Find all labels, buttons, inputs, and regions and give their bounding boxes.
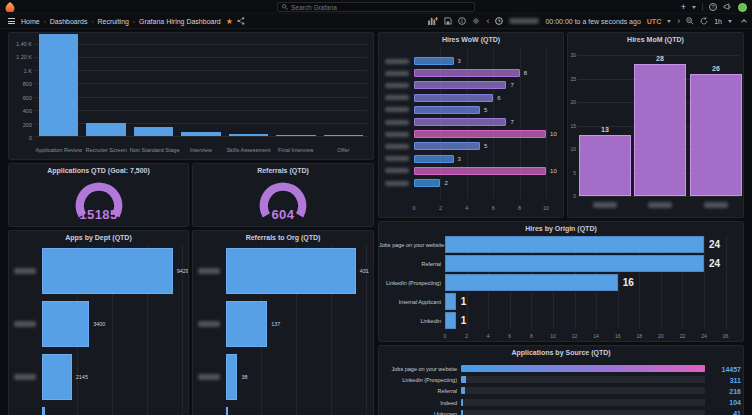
- wow-bar: [414, 155, 454, 163]
- x-axis-tick: 16: [613, 333, 623, 339]
- panel-title[interactable]: Hires MoM (QTD): [568, 36, 743, 43]
- origin-bar: [445, 236, 704, 253]
- y-axis-tick: 20: [568, 99, 576, 105]
- user-avatar[interactable]: [738, 3, 747, 12]
- funnel-bar: [229, 134, 268, 136]
- redacted-category-label: [14, 321, 36, 327]
- panel-applications-by-source: Applications by Source (QTD) Jobs page o…: [378, 345, 744, 415]
- save-dashboard-icon[interactable]: [444, 17, 452, 25]
- y-axis-tick: 15: [568, 123, 576, 129]
- y-axis-tick: 10: [568, 146, 576, 152]
- wow-bar: [414, 106, 480, 114]
- refresh-icon[interactable]: [700, 17, 708, 25]
- gridline: [578, 196, 739, 197]
- bar-value-label: 38: [241, 374, 247, 380]
- funnel-bar: [39, 34, 78, 136]
- bar-value-label: 16: [623, 277, 634, 288]
- wow-bar: [414, 57, 454, 65]
- mega-menu-icon[interactable]: [8, 18, 15, 24]
- x-axis-tick: 10: [542, 205, 550, 211]
- bar-value-label: 3: [458, 58, 461, 64]
- redacted-date-label: [385, 156, 409, 161]
- mom-bar: [579, 135, 631, 196]
- wow-bar: [414, 130, 546, 138]
- wow-bar: [414, 167, 546, 175]
- collapse-toolbar-icon[interactable]: [741, 19, 747, 25]
- zoom-out-icon[interactable]: [686, 17, 694, 25]
- grafana-logo[interactable]: [5, 2, 15, 12]
- bar-gauge-track: [461, 399, 705, 406]
- panel-title[interactable]: Apps by Dept (QTD): [9, 234, 188, 241]
- add-menu-button[interactable]: +: [681, 2, 686, 12]
- breadcrumb-dashboards[interactable]: Dashboards: [50, 18, 88, 25]
- panel-hires-by-origin: Hires by Origin (QTD) 024681012141618202…: [378, 221, 744, 342]
- bar-value-label: 2: [444, 180, 447, 186]
- bar-value-label: 24: [709, 239, 720, 250]
- bar-value-label: 26: [690, 65, 742, 72]
- hbar: [42, 248, 173, 294]
- refresh-interval-label[interactable]: 1h: [714, 18, 722, 25]
- breadcrumb-current[interactable]: Grafana Hiring Dashboard: [139, 18, 221, 25]
- gridline: [726, 235, 727, 329]
- add-visualization-icon[interactable]: [428, 17, 438, 25]
- bar-value-label: 1: [461, 296, 467, 307]
- global-search[interactable]: [277, 2, 475, 12]
- redacted-category-label: [198, 374, 220, 380]
- help-icon[interactable]: ?: [709, 3, 717, 11]
- bar-gauge-value: 216: [709, 388, 741, 395]
- y-axis-tick: 400: [9, 108, 32, 114]
- panel-pipeline-funnel: Application ReviewRecruiter ScreenNon St…: [8, 32, 374, 160]
- category-label: Unknown: [379, 411, 457, 415]
- redacted-category-label: [14, 268, 36, 274]
- hbar: [226, 248, 356, 294]
- gridline: [704, 235, 705, 329]
- category-label: Internal Applicant: [379, 299, 441, 305]
- x-axis-tick: 0: [440, 333, 450, 339]
- redacted-month-label: [704, 202, 728, 208]
- funnel-bar: [276, 135, 315, 136]
- panel-title[interactable]: Applications QTD (Goal: 7,500): [9, 167, 188, 174]
- timezone-label[interactable]: UTC: [647, 18, 661, 25]
- x-axis-tick: 22: [677, 333, 687, 339]
- gridline: [35, 97, 367, 98]
- funnel-bar: [181, 132, 220, 136]
- bar-value-label: 5: [484, 107, 487, 113]
- dashboard-settings-icon[interactable]: [472, 17, 480, 25]
- panel-title[interactable]: Referrals to Org (QTD): [193, 234, 373, 241]
- bar-value-label: 2145: [76, 374, 88, 380]
- favorite-star-icon[interactable]: ★: [226, 17, 233, 26]
- bar-gauge-value: 41: [709, 410, 741, 415]
- top-nav: + ?: [0, 0, 752, 14]
- bar-value-label: 8: [524, 70, 527, 76]
- category-label: Jobs page on your website: [379, 242, 441, 248]
- x-axis-tick: 12: [570, 333, 580, 339]
- time-shift-forward-icon[interactable]: ›: [677, 17, 680, 26]
- hbar: [42, 354, 72, 400]
- time-range-label[interactable]: 00:00:00 to a few seconds ago: [545, 18, 640, 25]
- news-icon[interactable]: [723, 3, 732, 11]
- search-input[interactable]: [291, 4, 451, 11]
- panel-title[interactable]: Referrals (QTD): [193, 167, 373, 174]
- breadcrumb-recruiting[interactable]: Recruiting: [97, 18, 129, 25]
- time-shift-back-icon[interactable]: ‹: [486, 17, 489, 26]
- wow-bar: [414, 179, 440, 187]
- dashboard-toolbar: Home› Dashboards› Recruiting› Grafana Hi…: [0, 14, 752, 29]
- redacted-date-label: [385, 132, 409, 137]
- add-menu-caret-icon: [692, 6, 696, 9]
- panel-title[interactable]: Hires by Origin (QTD): [379, 225, 743, 232]
- x-axis-tick: 2: [462, 333, 472, 339]
- panel-title[interactable]: Applications by Source (QTD): [379, 349, 743, 356]
- x-axis-tick: 6: [505, 333, 515, 339]
- bar-value-label: 9429: [177, 268, 189, 274]
- wow-bar: [414, 94, 493, 102]
- gridline: [520, 47, 521, 199]
- gridline: [35, 44, 367, 45]
- panel-title[interactable]: Hires WoW (QTD): [379, 36, 563, 43]
- time-picker-clock-icon[interactable]: [495, 17, 503, 25]
- breadcrumb-home[interactable]: Home: [21, 18, 40, 25]
- insights-icon[interactable]: [458, 17, 466, 25]
- x-axis-tick: 6: [489, 205, 497, 211]
- bar-value-label: 3: [458, 156, 461, 162]
- share-icon[interactable]: [237, 17, 245, 25]
- redacted-date-label: [385, 181, 409, 186]
